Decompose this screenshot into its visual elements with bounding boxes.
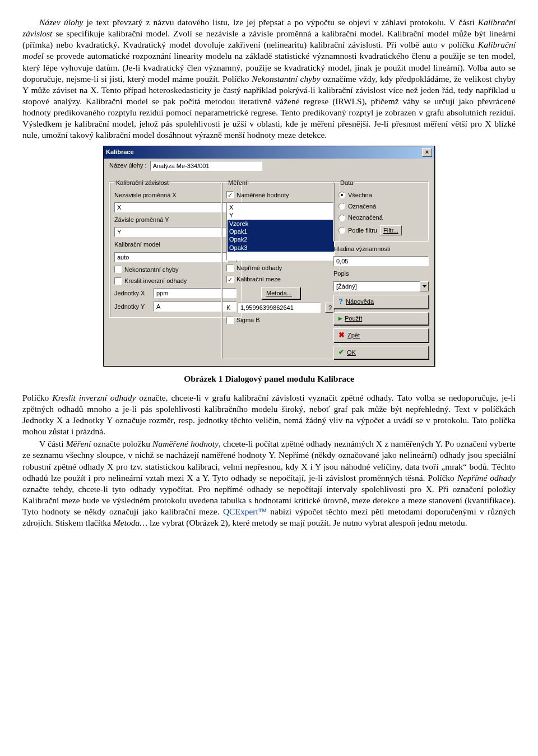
- term-nazev-ulohy: Název úlohy: [39, 17, 83, 27]
- checkbox-neprime-odhady[interactable]: Nepřímé odhady: [226, 264, 335, 272]
- checkbox-kreslit-inverzni[interactable]: Kreslit inverzní odhady: [114, 277, 236, 285]
- help-icon: ?: [338, 297, 343, 307]
- checkbox-namerene-hodnoty[interactable]: Naměřené hodnoty: [226, 191, 335, 199]
- checkbox-icon[interactable]: [226, 317, 234, 324]
- model-input[interactable]: [114, 252, 228, 262]
- titlebar: Kalibrace ×: [104, 146, 434, 159]
- units-x-label: Jednotky X: [114, 289, 149, 297]
- list-item[interactable]: X: [228, 203, 334, 211]
- model-label: Kalibrační model: [114, 240, 236, 248]
- legend-data: Data: [338, 179, 355, 187]
- checkbox-label: Naměřené hodnoty: [236, 191, 289, 199]
- task-label: Název úlohy :: [109, 161, 147, 169]
- term-namerene-hodnoty: Naměřené hodnoty: [152, 439, 219, 448]
- desc-input[interactable]: [333, 281, 420, 291]
- help-button[interactable]: ? Nápověda: [333, 295, 429, 309]
- radio-label: Všechna: [348, 191, 372, 199]
- radio-icon[interactable]: [338, 192, 345, 198]
- radio-vsechna[interactable]: Všechna: [338, 191, 424, 199]
- radio-label: Označená: [348, 202, 376, 210]
- radio-podle-filtru[interactable]: Podle filtru Filtr...: [338, 225, 424, 235]
- checkbox-sigma-b[interactable]: Sigma B: [226, 316, 335, 324]
- close-icon[interactable]: ×: [422, 148, 432, 157]
- checkbox-icon[interactable]: [226, 276, 234, 283]
- checkbox-label: Nekonstantní chyby: [124, 266, 179, 273]
- checkbox-kalibracni-meze[interactable]: Kalibrační meze: [226, 275, 335, 283]
- term-neprime-odhady: Nepřímé odhady: [457, 473, 516, 483]
- ok-button[interactable]: ✔ OK: [333, 346, 429, 359]
- model-dropdown[interactable]: [114, 252, 236, 262]
- checkbox-icon[interactable]: [226, 265, 234, 272]
- list-item[interactable]: Vzorek: [228, 220, 334, 228]
- list-item[interactable]: Opak1: [228, 228, 334, 235]
- cancel-icon: ✖: [338, 331, 345, 340]
- radio-neoznacena[interactable]: Neoznačená: [338, 214, 424, 221]
- desc-label: Popis: [333, 270, 429, 277]
- checkbox-icon[interactable]: [114, 277, 122, 285]
- x-dropdown[interactable]: [114, 202, 236, 212]
- checkbox-icon[interactable]: [114, 266, 122, 273]
- checkbox-label: Kreslit inverzní odhady: [124, 277, 187, 285]
- y-label: Závisle proměnná Y: [114, 216, 236, 224]
- checkbox-label: Nepřímé odhady: [236, 264, 282, 272]
- x-input[interactable]: [114, 202, 228, 212]
- metoda-button[interactable]: Metoda...: [261, 287, 300, 299]
- list-item[interactable]: Opak2: [228, 235, 334, 243]
- link-qcexpert: QCExpert™: [223, 507, 267, 516]
- units-y-label: Jednotky Y: [114, 303, 149, 310]
- checkbox-icon[interactable]: [226, 191, 234, 198]
- task-name-input[interactable]: [150, 161, 262, 171]
- paragraph-3: V části Měření označte položku Naměřené …: [22, 438, 516, 528]
- sig-label: Hladina významnosti: [333, 245, 429, 253]
- columns-listbox[interactable]: X Y Vzorek Opak1 Opak2 Opak3: [226, 202, 335, 261]
- list-item[interactable]: Y: [228, 211, 334, 219]
- paragraph-2: Políčko Kreslit inverzní odhady označte,…: [22, 392, 516, 438]
- x-label: Nezávisle proměnná X: [114, 191, 236, 199]
- paragraph-1: Název úlohy je text převzatý z názvu dat…: [22, 17, 516, 141]
- y-input[interactable]: [114, 227, 228, 237]
- radio-label: Podle filtru: [348, 226, 377, 234]
- y-dropdown[interactable]: [114, 227, 236, 237]
- svg-marker-3: [423, 285, 426, 287]
- radio-label: Neoznačená: [348, 214, 383, 221]
- figure-caption: Obrázek 1 Dialogový panel modulu Kalibra…: [22, 373, 516, 384]
- term-nekonstantni-chyby: Nekonstantní chyby: [252, 74, 321, 84]
- dialog-title: Kalibrace: [106, 148, 134, 156]
- chevron-down-icon[interactable]: [420, 281, 429, 291]
- sig-input[interactable]: [333, 256, 429, 266]
- filtr-button[interactable]: Filtr...: [380, 225, 402, 235]
- term-metoda: Metoda…: [113, 518, 147, 527]
- radio-icon[interactable]: [338, 203, 345, 210]
- radio-icon[interactable]: [338, 215, 345, 221]
- radio-oznacena[interactable]: Označená: [338, 202, 424, 210]
- legend-mereni: Měření: [226, 179, 249, 187]
- use-button[interactable]: ▸ Použít: [333, 312, 429, 326]
- group-mereni: Měření Naměřené hodnoty X Y Vzorek Opak1…: [221, 179, 340, 359]
- checkbox-label: Sigma B: [236, 316, 260, 324]
- term-mereni: Měření: [66, 439, 91, 448]
- desc-dropdown[interactable]: [333, 281, 429, 291]
- legend-kalibracni-zavislost: Kalibrační závislost: [114, 179, 170, 187]
- list-item[interactable]: Opak3: [228, 244, 334, 252]
- radio-icon[interactable]: [338, 227, 345, 234]
- dialog-kalibrace: Kalibrace × Název úlohy : Kalibrační záv…: [103, 146, 435, 367]
- term-kreslit-inverzni: Kreslit inverzní odhady: [52, 393, 136, 402]
- ok-icon: ✔: [338, 348, 344, 357]
- k-input[interactable]: [238, 303, 321, 313]
- k-label: K: [226, 304, 233, 312]
- apply-icon: ▸: [338, 314, 342, 323]
- checkbox-label: Kalibrační meze: [236, 275, 281, 283]
- back-button[interactable]: ✖ Zpět: [333, 328, 429, 342]
- checkbox-nekonstantni-chyby[interactable]: Nekonstantní chyby: [114, 266, 236, 273]
- group-data: Data Všechna Označená Neoznačená: [333, 179, 429, 242]
